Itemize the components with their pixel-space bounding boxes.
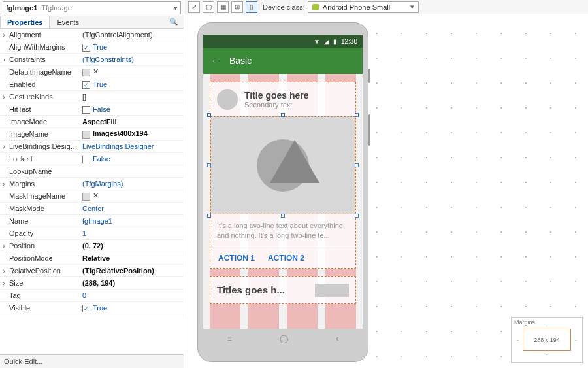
property-value[interactable]: Center [78,205,184,212]
property-value[interactable]: (TfgMargins) [78,180,184,188]
property-row[interactable]: MaskModeCenter [0,203,184,215]
toolbar-btn-2[interactable]: ▢ [203,1,214,13]
expand-toggle[interactable]: › [0,242,8,250]
property-value[interactable]: (TfgControlAlignment) [78,31,184,39]
property-value[interactable]: 0 [78,292,184,299]
card2-title: Titles goes h... [217,284,308,295]
property-row[interactable]: ImageNameImages\400x194 [0,128,184,141]
property-value[interactable]: ✓True [78,304,184,312]
checkbox-icon[interactable]: ✓ [82,305,90,312]
property-row[interactable]: Opacity1 [0,227,184,240]
signal-icon: ◢ [324,38,329,45]
tab-events[interactable]: Events [50,16,86,28]
property-value[interactable]: ✕ [78,67,184,76]
property-value[interactable]: Relative [78,254,184,262]
card2-thumb [315,284,349,297]
property-value[interactable]: (TfgConstraints) [78,56,184,63]
property-row[interactable]: HitTest✓False [0,103,184,116]
expand-toggle[interactable]: › [0,31,8,39]
property-row[interactable]: Visible✓True [0,302,184,314]
property-value[interactable]: LiveBindings Designer [78,142,184,150]
expand-toggle[interactable]: › [0,56,8,63]
device-class-combo[interactable]: Android Phone Small ▾ [308,1,419,13]
property-value[interactable]: fgImage1 [78,217,184,225]
property-value[interactable]: (TfgRelativePosition) [78,267,184,275]
property-row[interactable]: ›Size(288, 194) [0,277,184,290]
property-row[interactable]: ImageModeAspectFill [0,116,184,128]
property-row[interactable]: ›Constraints(TfgConstraints) [0,54,184,66]
margin-right-value: - [575,337,577,343]
property-value[interactable]: ✕ [78,192,184,200]
property-value[interactable]: (288, 194) [78,279,184,287]
checkbox-icon[interactable]: ✓ [82,106,90,114]
tab-properties[interactable]: Properties [0,16,50,28]
card-action-1[interactable]: ACTION 1 [218,254,255,263]
nav-back-icon[interactable]: ‹ [336,334,338,343]
property-row[interactable]: AlignWithMargins✓True [0,41,184,54]
property-name: Opacity [8,229,78,237]
screen-content: Title goes here Secondary text [203,74,363,329]
expand-toggle[interactable]: › [0,142,8,150]
toolbar-btn-1[interactable]: ⤢ [188,1,200,13]
card-action-2[interactable]: ACTION 2 [268,254,304,263]
property-name: Visible [8,304,78,312]
property-value[interactable]: ✓True [78,43,184,52]
property-row[interactable]: DefaultImageName✕ [0,66,184,78]
device-side-button [368,69,370,83]
toolbar-btn-4[interactable]: ⊞ [231,1,243,13]
property-row[interactable]: ›Margins(TfgMargins) [0,178,184,190]
property-name: Alignment [8,31,78,39]
property-name: MaskMode [8,205,78,212]
margin-left-value: - [517,337,519,343]
property-row[interactable]: ›Position(0, 72) [0,240,184,252]
device-screen[interactable]: ▼ ◢ ▮ 12:30 ← Basic [203,35,363,329]
checkbox-icon[interactable]: ✓ [82,81,90,89]
property-value[interactable]: 1 [78,229,184,237]
expand-toggle[interactable]: › [0,267,8,275]
property-name: GestureKinds [8,93,78,101]
property-row[interactable]: ›LiveBindings DesignerLiveBindings Desig… [0,141,184,153]
quick-edit-link[interactable]: Quick Edit... [0,354,184,368]
checkbox-icon[interactable]: ✓ [82,156,90,163]
property-value[interactable]: (0, 72) [78,242,184,250]
design-canvas[interactable]: ▼ ◢ ▮ 12:30 ← Basic [184,14,588,368]
property-row[interactable]: ›RelativePosition(TfgRelativePosition) [0,265,184,277]
search-icon[interactable]: 🔍 [164,16,184,28]
nav-home-icon[interactable]: ◯ [280,334,288,343]
object-type: TfgImage [41,4,71,12]
property-row[interactable]: Enabled✓True [0,78,184,91]
property-row[interactable]: Locked✓False [0,153,184,165]
card-2[interactable]: Titles goes h... [210,276,356,304]
property-row[interactable]: PositionModeRelative [0,252,184,265]
property-row[interactable]: MaskImageName✕ [0,190,184,203]
selected-image[interactable] [210,116,355,214]
status-time: 12:30 [341,38,357,45]
toolbar-btn-device[interactable]: ▯ [246,1,257,13]
property-name: ImageMode [8,118,78,125]
property-value[interactable]: ✓False [78,105,184,114]
property-row[interactable]: NamefgImage1 [0,215,184,227]
expand-toggle[interactable]: › [0,279,8,287]
property-row[interactable]: Tag0 [0,290,184,302]
expand-toggle[interactable]: › [0,93,8,101]
nav-recent-icon[interactable]: ≡ [227,334,232,343]
card-1[interactable]: Title goes here Secondary text [210,82,356,269]
property-row[interactable]: LookupName [0,165,184,178]
designer-area: ⤢ ▢ ▦ ⊞ ▯ Device class: Android Phone Sm… [184,0,588,368]
property-row[interactable]: ›GestureKinds[] [0,91,184,103]
back-arrow-icon[interactable]: ← [211,56,220,66]
property-value[interactable]: [] [78,93,184,101]
property-grid[interactable]: ›Alignment(TfgControlAlignment)AlignWith… [0,29,184,354]
toolbar-btn-3[interactable]: ▦ [217,1,229,13]
checkbox-icon[interactable]: ✓ [82,44,90,52]
margins-overlay[interactable]: Margins - - 288 x 194 - - [511,317,583,363]
property-row[interactable]: ›Alignment(TfgControlAlignment) [0,29,184,41]
property-value[interactable]: ✓True [78,80,184,89]
property-value[interactable]: AspectFill [78,118,184,125]
property-value[interactable]: Images\400x194 [78,129,184,138]
property-value[interactable]: ✓False [78,155,184,163]
avatar [217,89,238,110]
object-selector[interactable]: fgImage1 TfgImage ▾ [3,1,181,14]
expand-toggle[interactable]: › [0,180,8,188]
battery-icon: ▮ [333,38,337,45]
